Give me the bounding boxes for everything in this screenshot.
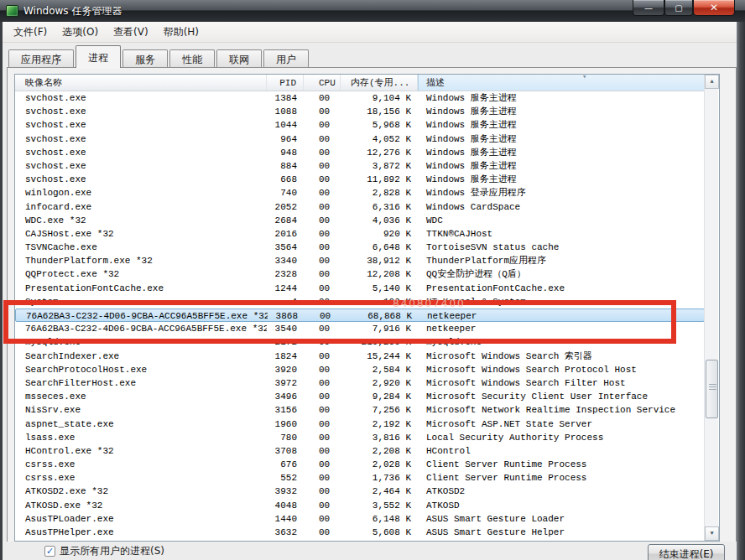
cell-name: svchost.exe bbox=[15, 132, 267, 146]
cell-cpu: 00 bbox=[304, 282, 341, 295]
cell-mem: 2,192 K bbox=[341, 417, 418, 431]
table-row[interactable]: SearchIndexer.exe18240015,244 KMicrosoft… bbox=[15, 350, 705, 363]
menu-item[interactable]: 选项(O) bbox=[55, 23, 106, 42]
tab-processes-active[interactable]: 进程 bbox=[76, 45, 121, 68]
cell-pid: 3340 bbox=[267, 254, 304, 267]
cell-mem: 4,036 K bbox=[341, 214, 418, 227]
red-annotation-box bbox=[3, 300, 676, 344]
table-row[interactable]: AsusTPLoader.exe1440006,148 KASUS Smart … bbox=[15, 512, 705, 526]
tab-item[interactable]: 服务 bbox=[122, 49, 168, 68]
table-row[interactable]: SearchProtocolHost.exe3920002,584 KMicro… bbox=[15, 363, 705, 376]
cell-name: svchost.exe bbox=[15, 91, 267, 105]
column-header-cpu[interactable]: CPU bbox=[304, 75, 341, 91]
tab-item[interactable]: 应用程序 bbox=[8, 49, 74, 68]
table-row[interactable]: svchost.exe10880018,156 KWindows 服务主进程 bbox=[15, 105, 705, 118]
table-row[interactable]: TSVNCache.exe3564006,648 KTortoiseSVN st… bbox=[15, 241, 705, 254]
close-button[interactable]: ✕ bbox=[693, 0, 735, 16]
cell-cpu: 00 bbox=[304, 512, 341, 526]
end-process-button[interactable]: 结束进程(E) bbox=[648, 544, 725, 560]
cell-mem: 18,156 K bbox=[341, 105, 418, 118]
cell-cpu: 00 bbox=[304, 118, 341, 132]
cell-desc: Microsoft Security Client User Interface bbox=[418, 390, 705, 403]
table-row[interactable]: aspnet_state.exe1960002,192 KMicrosoft A… bbox=[15, 417, 705, 431]
table-row[interactable]: NisSrv.exe3156007,256 KMicrosoft Network… bbox=[15, 403, 705, 417]
scrollbar-grip bbox=[709, 386, 716, 387]
cell-pid: 1960 bbox=[267, 417, 304, 431]
table-row[interactable]: infocard.exe2052006,316 KWindows CardSpa… bbox=[15, 200, 705, 214]
show-all-users-option[interactable]: ✓ 显示所有用户的进程(S) bbox=[44, 544, 164, 558]
table-row[interactable]: CAJSHost.exe *32201600920 KTTKN®CAJHost bbox=[15, 227, 705, 241]
table-row[interactable]: ThunderPlatform.exe *3233400038,912 KThu… bbox=[15, 254, 705, 267]
menu-item[interactable]: 查看(V) bbox=[106, 23, 156, 42]
cell-pid: 884 bbox=[267, 159, 304, 173]
table-row[interactable]: svchost.exe964004,052 KWindows 服务主进程 bbox=[15, 132, 705, 146]
column-header-memory[interactable]: 内存(专用... bbox=[341, 75, 418, 91]
cell-mem: 1,736 K bbox=[341, 471, 418, 485]
cell-mem: 9,284 K bbox=[341, 390, 418, 403]
tab-item[interactable]: 联网 bbox=[216, 49, 262, 68]
table-row[interactable]: WDC.exe *322684004,036 KWDC bbox=[15, 214, 705, 227]
table-row[interactable]: svchost.exe884003,872 KWindows 服务主进程 bbox=[15, 159, 705, 173]
cell-pid: 676 bbox=[267, 458, 304, 471]
table-row[interactable]: PresentationFontCache.exe1244005,140 KPr… bbox=[15, 282, 705, 295]
cell-pid: 2328 bbox=[267, 267, 304, 281]
table-row[interactable]: csrss.exe552001,736 KClient Server Runti… bbox=[15, 471, 705, 485]
vertical-scrollbar[interactable]: ▲ ▼ bbox=[704, 75, 718, 541]
cell-desc: Windows 服务主进程 bbox=[418, 118, 705, 132]
table-row[interactable]: svchost.exe6680011,892 KWindows 服务主进程 bbox=[15, 173, 705, 186]
cell-mem: 5,140 K bbox=[341, 282, 418, 295]
menu-item[interactable]: 文件(F) bbox=[6, 23, 55, 42]
column-header-image-name[interactable]: 映像名称 bbox=[15, 75, 267, 91]
scroll-up-icon[interactable]: ▲ bbox=[705, 75, 719, 89]
table-row[interactable]: winlogon.exe740002,828 KWindows 登录应用程序 bbox=[15, 186, 705, 200]
cell-name: AsusTPHelper.exe bbox=[15, 526, 267, 539]
table-row[interactable]: msseces.exe3496009,284 KMicrosoft Securi… bbox=[15, 390, 705, 403]
scrollbar-thumb[interactable] bbox=[706, 360, 718, 418]
cell-cpu: 00 bbox=[304, 241, 341, 254]
cell-name: svchost.exe bbox=[15, 118, 267, 132]
tab-item[interactable]: 性能 bbox=[169, 49, 215, 68]
cell-mem: 5,608 K bbox=[341, 526, 418, 539]
cell-mem: 2,028 K bbox=[341, 458, 418, 471]
cell-pid: 1088 bbox=[267, 105, 304, 118]
cell-pid: 552 bbox=[267, 471, 304, 485]
tab-item[interactable]: 用户 bbox=[263, 49, 309, 68]
table-row[interactable]: ATKOSD.exe *324048003,552 KATKOSD bbox=[15, 499, 705, 512]
table-row[interactable]: svchost.exe9480012,276 KWindows 服务主进程 bbox=[15, 146, 705, 159]
column-header-description[interactable]: 描述 ▾ bbox=[418, 75, 705, 91]
cell-name: TSVNCache.exe bbox=[15, 241, 267, 254]
cell-cpu: 00 bbox=[304, 227, 341, 241]
cell-mem: 2,920 K bbox=[341, 376, 418, 390]
cell-mem: 4,052 K bbox=[341, 132, 418, 146]
cell-desc: ATKOSD2 bbox=[418, 485, 705, 498]
cell-name: WDC.exe *32 bbox=[15, 214, 267, 227]
table-row[interactable]: QQProtect.exe *3223280012,208 KQQ安全防护进程（… bbox=[15, 267, 705, 281]
minimize-button[interactable]: — bbox=[633, 0, 664, 16]
table-row[interactable]: ATKOSD2.exe *323932002,464 KATKOSD2 bbox=[15, 485, 705, 498]
column-header-pid[interactable]: PID bbox=[267, 75, 304, 91]
cell-pid: 2052 bbox=[267, 200, 304, 214]
cell-cpu: 00 bbox=[304, 390, 341, 403]
menu-item[interactable]: 帮助(H) bbox=[156, 23, 206, 42]
cell-cpu: 00 bbox=[304, 403, 341, 417]
table-row[interactable]: svchost.exe1384009,104 KWindows 服务主进程 bbox=[15, 91, 705, 105]
show-all-users-checkbox[interactable]: ✓ bbox=[44, 546, 55, 557]
table-row[interactable]: AsusTPHelper.exe3632005,608 KASUS Smart … bbox=[15, 526, 705, 539]
cell-name: aspnet_state.exe bbox=[15, 417, 267, 431]
scroll-down-icon[interactable]: ▼ bbox=[705, 526, 719, 541]
cell-name: winlogon.exe bbox=[15, 186, 267, 200]
cell-desc: Microsoft Windows Search Protocol Host bbox=[418, 363, 705, 376]
cell-desc: Client Server Runtime Process bbox=[418, 471, 705, 485]
table-row[interactable]: SearchFilterHost.exe3972002,920 KMicroso… bbox=[15, 376, 705, 390]
cell-name: msseces.exe bbox=[15, 390, 267, 403]
maximize-button[interactable]: ▢ bbox=[664, 0, 693, 16]
watermark: 840807400 bbox=[393, 298, 466, 309]
cell-pid: 1244 bbox=[267, 282, 304, 295]
table-row[interactable]: lsass.exe780003,816 KLocal Security Auth… bbox=[15, 431, 705, 444]
cell-desc: Client Server Runtime Process bbox=[418, 458, 705, 471]
table-row[interactable]: csrss.exe676002,028 KClient Server Runti… bbox=[15, 458, 705, 471]
cell-desc: Windows 服务主进程 bbox=[418, 146, 705, 159]
cell-name: PresentationFontCache.exe bbox=[15, 282, 267, 295]
table-row[interactable]: HControl.exe *323708002,208 KHControl bbox=[15, 444, 705, 458]
table-row[interactable]: svchost.exe1044005,968 KWindows 服务主进程 bbox=[15, 118, 705, 132]
